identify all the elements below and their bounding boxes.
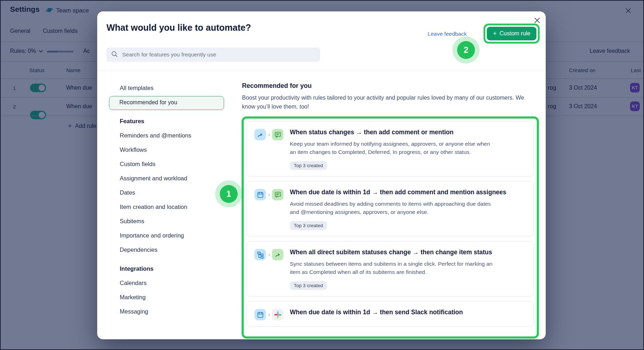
- slack-icon: [272, 309, 283, 320]
- rule-card-body: When due date is within 1d → then add co…: [290, 188, 506, 230]
- sidebar-item-dependencies[interactable]: Dependencies: [109, 243, 224, 258]
- sidebar-item-assignment[interactable]: Assignment and workload: [109, 172, 224, 186]
- chevron-right-icon: ›: [268, 189, 270, 200]
- search-icon: [111, 50, 118, 59]
- modal-close-icon[interactable]: [533, 16, 541, 24]
- recommended-section: Recommended for you Boost your productiv…: [242, 82, 531, 111]
- sidebar-item-dates[interactable]: Dates: [109, 186, 224, 200]
- top-created-badge: Top 3 created: [290, 161, 327, 170]
- custom-rule-button[interactable]: + Custom rule: [487, 27, 536, 40]
- rule-card-description: Avoid missed deadlines by adding comment…: [290, 200, 497, 216]
- rule-icon-pair: ›: [254, 128, 290, 170]
- sidebar-item-all-templates[interactable]: All templates: [109, 81, 224, 96]
- step-number: 1: [220, 185, 238, 203]
- leave-feedback-link[interactable]: Leave feedback: [428, 31, 467, 37]
- recommended-heading: Recommended for you: [242, 82, 531, 90]
- rule-card-duedate-comment[interactable]: › When due date is within 1d → then add …: [247, 181, 534, 236]
- comment-icon: [272, 189, 283, 200]
- status-change-icon: [254, 129, 266, 140]
- sidebar-item-workflows[interactable]: Workflows: [109, 143, 224, 158]
- chevron-right-icon: ›: [268, 249, 270, 260]
- step-1-annotation-badge: 1: [220, 185, 238, 203]
- rule-icon-pair: ›: [254, 188, 290, 230]
- rule-card-title: When due date is within 1d → then add co…: [290, 188, 506, 197]
- template-category-sidebar: All templates Recommended for you Featur…: [109, 81, 224, 319]
- calendar-icon: [254, 189, 266, 200]
- automation-modal: What would you like to automate? Leave f…: [97, 11, 546, 339]
- top-created-badge: Top 3 created: [290, 221, 327, 230]
- sidebar-heading-integrations: Integrations: [109, 262, 224, 276]
- sidebar-item-item-creation[interactable]: Item creation and location: [109, 200, 224, 215]
- rule-card-subitems-status[interactable]: › When all direct subitem statuses chang…: [247, 241, 534, 296]
- plus-icon: +: [493, 31, 497, 36]
- sidebar-item-recommended-selected[interactable]: Recommended for you: [109, 96, 224, 110]
- rule-icon-pair: ›: [254, 248, 290, 290]
- search-bar[interactable]: [106, 48, 320, 62]
- sidebar-item-reminders[interactable]: Reminders and @mentions: [109, 129, 224, 143]
- chevron-right-icon: ›: [268, 129, 270, 140]
- sidebar-item-messaging[interactable]: Messaging: [109, 305, 224, 319]
- sidebar-item-subitems[interactable]: Subitems: [109, 215, 224, 229]
- sidebar-item-calendars[interactable]: Calendars: [109, 276, 224, 291]
- sidebar-item-importance[interactable]: Importance and ordering: [109, 229, 224, 243]
- subitems-icon: [254, 249, 266, 260]
- rule-card-description: Keep your team informed by notifying ass…: [290, 140, 497, 156]
- modal-header-divider: [97, 71, 546, 71]
- sidebar-item-custom-fields[interactable]: Custom fields: [109, 158, 224, 172]
- calendar-icon: [254, 309, 266, 320]
- sidebar-item-marketing[interactable]: Marketing: [109, 291, 224, 305]
- comment-icon: [272, 129, 283, 140]
- search-input[interactable]: [122, 51, 316, 58]
- step-2-annotation-badge: 2: [457, 41, 475, 59]
- rule-card-description: Sync statuses between items and subitems…: [290, 260, 497, 276]
- recommended-cards-annotation-rect: › When status changes → then add comment…: [242, 116, 539, 339]
- rule-card-body: When status changes → then add comment o…: [290, 128, 497, 170]
- rule-icon-pair: ›: [254, 308, 290, 320]
- sidebar-heading-features: Features: [109, 115, 224, 129]
- modal-title: What would you like to automate?: [106, 22, 251, 33]
- rule-card-title: When due date is within 1d → then send S…: [290, 308, 463, 317]
- rule-card-body: When all direct subitem statuses change …: [290, 248, 497, 290]
- rule-card-body: When due date is within 1d → then send S…: [290, 308, 463, 320]
- recommended-description: Boost your productivity with rules tailo…: [242, 94, 526, 111]
- chevron-right-icon: ›: [268, 309, 270, 320]
- rule-card-title: When all direct subitem statuses change …: [290, 248, 497, 257]
- rule-card-status-comment[interactable]: › When status changes → then add comment…: [247, 121, 534, 176]
- top-created-badge: Top 3 created: [290, 281, 327, 290]
- step-number: 2: [457, 41, 475, 59]
- status-change-icon: [272, 249, 283, 260]
- rule-card-duedate-slack[interactable]: › When due date is within 1d → then send…: [247, 301, 534, 327]
- rule-card-title: When status changes → then add comment o…: [290, 128, 497, 137]
- custom-rule-annotation-outline: + Custom rule: [484, 24, 540, 44]
